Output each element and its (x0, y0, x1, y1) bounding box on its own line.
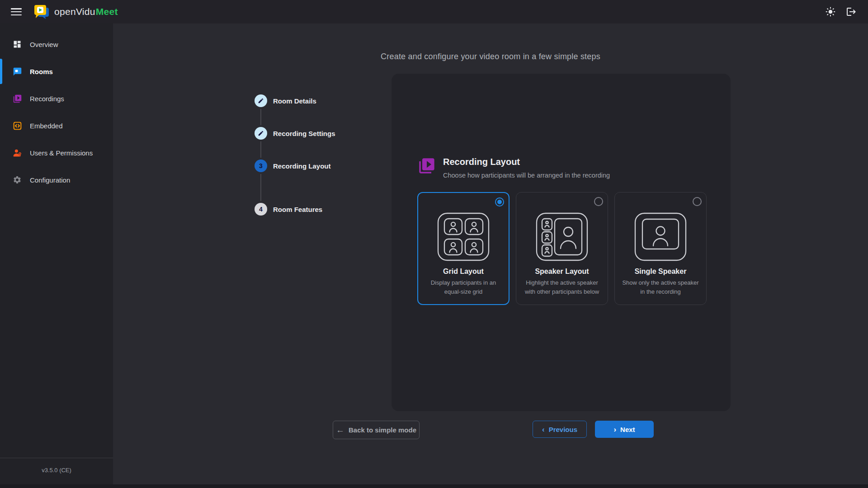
sidebar-item-rooms[interactable]: Rooms (0, 61, 113, 82)
sidebar-item-recordings[interactable]: Recordings (0, 88, 113, 109)
speaker-layout-icon (536, 212, 588, 261)
chevron-left-icon: ‹ (542, 426, 545, 433)
step-connector (260, 141, 261, 158)
code-embed-icon (12, 121, 22, 131)
chat-bubble-icon (12, 66, 22, 76)
sun-icon (825, 6, 836, 17)
section-header: Recording Layout Choose how participants… (418, 157, 610, 179)
radio-grid-layout[interactable] (495, 197, 504, 206)
option-description: Highlight the active speaker with other … (523, 278, 601, 296)
step-label: Recording Settings (273, 130, 335, 137)
arrow-left-icon: ← (336, 426, 344, 434)
back-to-simple-mode-button[interactable]: ← Back to simple mode (333, 421, 420, 439)
menu-icon[interactable] (11, 8, 22, 15)
sidebar-footer: v3.5.0 (CE) (0, 458, 113, 474)
step-label: Room Details (273, 97, 316, 105)
option-card-grid-layout[interactable]: Grid Layout Display participants in an e… (417, 192, 509, 305)
video-library-icon (418, 157, 436, 175)
sidebar-item-label: Users & Permissions (30, 149, 93, 157)
section-subtitle: Choose how participants will be arranged… (443, 172, 610, 179)
back-button-label: Back to simple mode (349, 426, 416, 434)
stepper-step-recording-settings[interactable]: Recording Settings (255, 127, 335, 140)
sidebar-nav: Overview Rooms Recordings Embedded (0, 23, 113, 191)
sidebar-item-label: Embedded (30, 122, 63, 130)
theme-toggle-button[interactable] (825, 6, 836, 18)
single-speaker-icon (634, 212, 687, 261)
section-title: Recording Layout (443, 157, 610, 167)
gear-icon (12, 175, 22, 185)
section-titles: Recording Layout Choose how participants… (443, 157, 610, 179)
sidebar-item-label: Overview (30, 41, 58, 48)
logout-button[interactable] (845, 6, 857, 18)
step-connector (260, 109, 261, 125)
sidebar-item-label: Rooms (30, 68, 53, 75)
option-title: Speaker Layout (516, 267, 608, 276)
previous-button-label: Previous (549, 426, 577, 433)
openvidu-logo-icon (33, 5, 50, 19)
option-title: Grid Layout (418, 267, 509, 276)
users-key-icon (12, 148, 22, 158)
chevron-right-icon: › (613, 426, 616, 433)
app-title-open-vidu: openVidu (54, 6, 95, 17)
option-card-single-speaker[interactable]: Single Speaker Show only the active spea… (614, 192, 707, 305)
previous-button[interactable]: ‹ Previous (533, 421, 587, 438)
dashboard-icon (12, 39, 22, 49)
radio-speaker-layout[interactable] (594, 197, 603, 206)
recording-layout-panel: Recording Layout Choose how participants… (392, 74, 731, 411)
stepper-step-room-features[interactable]: 4 Room Features (255, 203, 322, 216)
step-number: 4 (259, 206, 263, 213)
sidebar-item-configuration[interactable]: Configuration (0, 169, 113, 191)
sidebar-item-label: Configuration (30, 176, 70, 184)
next-button-label: Next (620, 426, 635, 433)
app-logo: openViduMeet (33, 5, 118, 19)
openvidu-meet-app: openViduMeet Overview (0, 0, 868, 488)
step-number: 3 (259, 162, 263, 169)
window-bottom-edge (0, 484, 868, 488)
app-title-meet: Meet (96, 6, 118, 17)
option-title: Single Speaker (615, 267, 706, 276)
option-description: Show only the active speaker in the reco… (622, 278, 699, 296)
option-description: Display participants in an equal-size gr… (425, 278, 502, 296)
sidebar-item-label: Recordings (30, 95, 64, 103)
top-bar: openViduMeet (0, 0, 868, 23)
version-label: v3.5.0 (CE) (0, 458, 113, 474)
video-library-icon (12, 94, 22, 103)
top-bar-actions (825, 6, 857, 18)
stepper-step-recording-layout[interactable]: 3 Recording Layout (255, 160, 331, 172)
step-connector (260, 174, 261, 201)
edit-pencil-icon (258, 130, 264, 136)
grid-layout-icon (437, 212, 490, 261)
layout-options: Grid Layout Display participants in an e… (417, 192, 707, 305)
sidebar: Overview Rooms Recordings Embedded (0, 23, 113, 488)
sidebar-item-users-permissions[interactable]: Users & Permissions (0, 142, 113, 164)
logout-icon (846, 6, 857, 17)
edit-pencil-icon (258, 98, 264, 104)
sidebar-item-embedded[interactable]: Embedded (0, 115, 113, 136)
sidebar-item-overview[interactable]: Overview (0, 33, 113, 55)
page-title: Create and configure your video room in … (113, 52, 868, 61)
radio-single-speaker[interactable] (693, 197, 702, 206)
option-card-speaker-layout[interactable]: Speaker Layout Highlight the active spea… (516, 192, 608, 305)
step-label: Recording Layout (273, 162, 331, 170)
step-label: Room Features (273, 206, 322, 213)
next-button[interactable]: › Next (595, 421, 654, 438)
stepper-step-room-details[interactable]: Room Details (255, 94, 316, 107)
app-title: openViduMeet (54, 6, 118, 17)
